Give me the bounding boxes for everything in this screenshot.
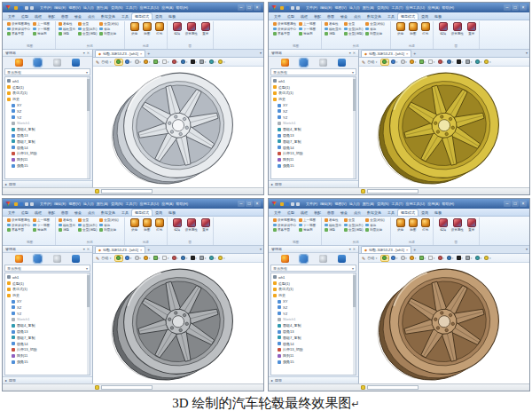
display-mode-button[interactable]: ▾: [410, 256, 417, 261]
menu-item[interactable]: 文件(F): [306, 202, 317, 206]
viewport[interactable]: [359, 67, 529, 187]
feature-tree-item[interactable]: 历史: [271, 292, 356, 298]
ribbon-tab[interactable]: 线框: [32, 13, 44, 20]
manager-tab-icon[interactable]: [72, 59, 80, 67]
status-filter-input[interactable]: [101, 189, 153, 194]
feature-tree-item[interactable]: wh1: [271, 78, 356, 84]
feature-tree-item[interactable]: YZ: [5, 311, 90, 317]
ribbon-command-large[interactable]: 灯光: [421, 218, 430, 232]
ribbon-tab[interactable]: 工具: [119, 209, 131, 216]
manager-tab-icon[interactable]: [15, 255, 23, 263]
ribbon-command[interactable]: 屏幕平面: [273, 32, 296, 36]
feature-tree-item[interactable]: 拉伸13_切除: [5, 151, 90, 157]
ribbon-tab[interactable]: 工具: [385, 13, 397, 20]
chevron-down-icon[interactable]: ▾: [526, 246, 528, 253]
quick-access-icon[interactable]: [20, 6, 23, 10]
menu-item[interactable]: 编辑(E): [54, 202, 66, 206]
scrollbar[interactable]: [353, 77, 356, 178]
ribbon-command-large[interactable]: 贴图: [143, 22, 152, 36]
ribbon-tab[interactable]: 装配: [311, 13, 324, 20]
menu-item[interactable]: 帮助(H): [176, 5, 189, 10]
quick-access-icon[interactable]: [20, 202, 23, 206]
menu-item[interactable]: 应用(A): [161, 202, 173, 206]
feature-tree-item[interactable]: 历史: [271, 96, 356, 102]
ribbon-command[interactable]: 消隐: [59, 228, 75, 232]
ribbon-command[interactable]: 下一视图: [299, 28, 316, 31]
pin-icon[interactable]: ▾: [349, 247, 351, 251]
ribbon-tab[interactable]: 数据交换: [98, 13, 118, 20]
ribbon-command-large[interactable]: 烘焙: [396, 22, 405, 36]
ribbon-command[interactable]: 上一视图: [299, 22, 316, 26]
ribbon-command[interactable]: 等轴测: [33, 32, 50, 36]
ribbon-tab[interactable]: 查询: [419, 13, 431, 20]
menu-item[interactable]: 工具(T): [391, 202, 403, 206]
scrollbar[interactable]: [87, 77, 90, 178]
menu-item[interactable]: 属性(A): [363, 5, 374, 10]
feature-tree-item[interactable]: 表达式(1): [271, 287, 356, 293]
manager-tab-icon[interactable]: [319, 59, 327, 67]
feature-tree-item[interactable]: 圆角14: [271, 145, 356, 151]
feature-tree-item[interactable]: 拉伸13_切除: [271, 151, 356, 157]
ribbon-tab[interactable]: 查询: [419, 209, 431, 216]
ribbon-command[interactable]: 全显: [344, 22, 363, 26]
window-control-button[interactable]: –: [504, 4, 511, 11]
ribbon-tab[interactable]: 文件: [271, 209, 284, 216]
ribbon-command[interactable]: 全显(消隐): [344, 228, 363, 232]
manager-tab-icon[interactable]: [300, 59, 308, 67]
manager-tab-icon[interactable]: [53, 255, 61, 263]
ribbon-command-large[interactable]: 贴图: [409, 218, 418, 232]
ribbon-tab[interactable]: 造型: [285, 13, 297, 20]
ribbon-tab[interactable]: 数据交换: [364, 13, 384, 20]
quick-access-icon[interactable]: [286, 202, 289, 206]
window-control-button[interactable]: –: [504, 201, 511, 207]
ribbon-tab[interactable]: 文件: [5, 209, 18, 216]
ribbon-command-large[interactable]: 设置属性: [185, 22, 198, 36]
manager-tab-icon[interactable]: [72, 255, 80, 263]
manager-tab-icon[interactable]: [281, 255, 289, 263]
ribbon-command-large[interactable]: 烘焙: [130, 218, 139, 232]
ribbon-tab[interactable]: 点云: [351, 209, 364, 216]
feature-tree-item[interactable]: 圆角13: [271, 328, 356, 335]
edit-icon[interactable]: ✎: [362, 256, 365, 261]
ribbon-tab[interactable]: 电极: [432, 209, 444, 216]
menu-item[interactable]: 应用(A): [427, 202, 439, 206]
ribbon-tab[interactable]: 数据交换: [364, 209, 384, 216]
feature-tree-item[interactable]: 倒角15: [271, 359, 356, 365]
feature-tree-item[interactable]: 表达式(1): [271, 91, 356, 97]
feature-tree-item[interactable]: XY: [271, 102, 356, 108]
ribbon-command[interactable]: 屏幕平面: [273, 228, 296, 232]
ribbon-command[interactable]: 全显(消隐): [78, 228, 97, 232]
scrollbar-thumb[interactable]: [87, 275, 90, 307]
feature-tree-item[interactable]: 圆角13: [5, 132, 90, 138]
window-control-button[interactable]: ×: [254, 201, 261, 207]
ribbon-command[interactable]: 设置视图属性: [7, 218, 30, 222]
ribbon-command[interactable]: 设置旋转中心: [273, 28, 296, 31]
menu-item[interactable]: 编辑(E): [320, 5, 332, 10]
display-mode-button[interactable]: ▾: [484, 59, 491, 65]
display-mode-button[interactable]: ▾: [125, 256, 132, 261]
ribbon-command[interactable]: 全显(出队): [78, 28, 97, 31]
display-mode-button[interactable]: ▾: [484, 256, 491, 261]
ribbon-command[interactable]: 上一视图: [33, 218, 50, 222]
display-mode-button[interactable]: ▾: [208, 256, 215, 261]
display-mode-button[interactable]: ▾: [190, 59, 197, 65]
ribbon-tab[interactable]: 工具: [385, 209, 397, 216]
feature-tree-item[interactable]: 阵列11: [5, 352, 90, 359]
display-mode-button[interactable]: ▾: [428, 256, 435, 261]
feature-tree-item[interactable]: 造型(1): [271, 281, 356, 287]
ribbon-tab[interactable]: 曲面: [59, 209, 71, 216]
feature-tree-item[interactable]: 面组7_复制: [271, 335, 356, 341]
menu-item[interactable]: 文件(F): [40, 5, 51, 10]
manager-tab-icon[interactable]: [338, 255, 346, 263]
auto-dropdown[interactable]: 自动 ▾: [367, 256, 377, 260]
feature-tree-item[interactable]: 造型(1): [5, 84, 90, 91]
ribbon-command[interactable]: 设置旋转中心: [7, 28, 30, 31]
status-filter-input[interactable]: [367, 385, 419, 390]
ribbon-command[interactable]: 下一视图: [33, 28, 50, 31]
feature-tree-item[interactable]: 面组4_复制: [5, 126, 90, 132]
viewport[interactable]: [359, 263, 529, 383]
display-mode-button[interactable]: ▾: [419, 59, 426, 65]
menu-item[interactable]: 编辑(E): [320, 202, 332, 206]
feature-tree-item[interactable]: 面组7_复制: [5, 335, 90, 341]
menu-item[interactable]: 文件(F): [306, 5, 317, 10]
